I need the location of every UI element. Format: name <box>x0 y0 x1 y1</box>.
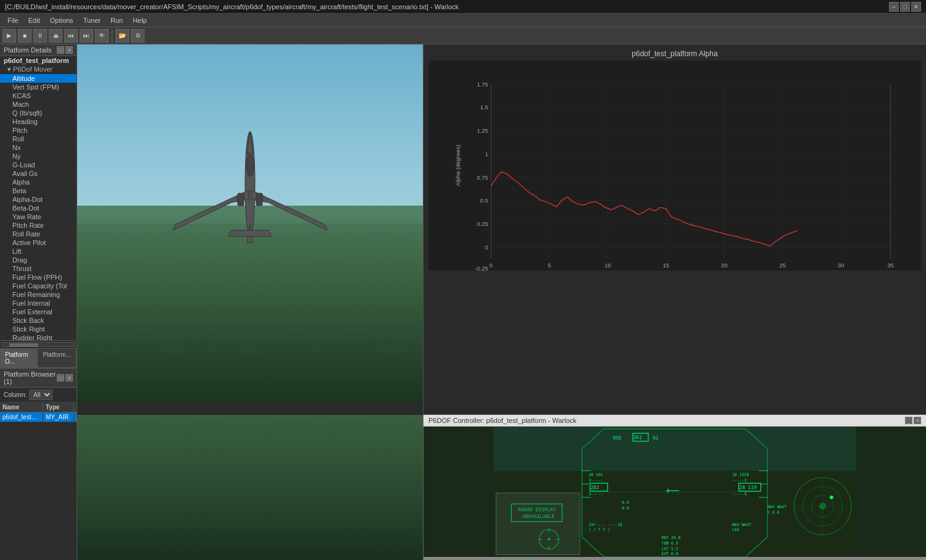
toolbar-eject[interactable]: ⏏ <box>49 29 62 43</box>
tree-group-p6dof[interactable]: ▾ P6Dof Mover <box>0 65 77 74</box>
maximize-button[interactable]: □ <box>900 2 910 12</box>
p6dof-title: P6DOF Controller: p6dof_test_platform - … <box>428 417 577 424</box>
tree-item-drag[interactable]: Drag <box>0 256 77 264</box>
tree-item-yaw-rate[interactable]: Yaw Rate <box>0 212 77 221</box>
platform-details-header: Platform Details □ ✕ <box>0 44 77 56</box>
menu-tuner[interactable]: Tuner <box>78 15 106 25</box>
p6dof-header: P6DOF Controller: p6dof_test_platform - … <box>423 415 926 427</box>
tree-item-avail-gs[interactable]: Avail Gs <box>0 169 77 178</box>
svg-rect-8 <box>256 193 262 206</box>
pb-row-0[interactable]: p6dof_test_platform MY_AIR <box>0 412 77 422</box>
top-area: p6dof_test_platform Alpha Alpha (degrees… <box>77 44 926 415</box>
close-button[interactable]: ✕ <box>911 2 921 12</box>
tab-platform[interactable]: Platform... <box>38 349 77 367</box>
tree-item-stick-back[interactable]: Stick Back <box>0 316 77 325</box>
tree-item-heading[interactable]: Heading <box>0 117 77 126</box>
tree-item-alpha[interactable]: Alpha <box>0 178 77 186</box>
tree-item-ny[interactable]: Ny <box>0 152 77 161</box>
platform-tree[interactable]: p6dof_test_platform ▾ P6Dof Mover Altitu… <box>0 56 77 340</box>
hud-svg: 995 361 91 <box>423 427 926 557</box>
toolbar-settings[interactable]: ⚙ <box>131 29 144 43</box>
svg-text:C 0 0: C 0 0 <box>767 510 779 515</box>
tree-item-roll[interactable]: Roll <box>0 135 77 143</box>
svg-text:28 119: 28 119 <box>739 485 757 490</box>
panel-close-icon[interactable]: ✕ <box>65 46 73 54</box>
svg-text:NAV WAGT: NAV WAGT <box>767 504 786 509</box>
tabs-area: Platform O... Platform... <box>0 348 77 368</box>
p6dof-content: 995 361 91 <box>423 427 926 557</box>
p6dof-minimize-icon[interactable]: _ <box>905 417 912 424</box>
tree-item-nx[interactable]: Nx <box>0 143 77 152</box>
tree-item-q[interactable]: Q (lb/sqft) <box>0 109 77 117</box>
svg-text:0.5: 0.5 <box>480 197 488 204</box>
tree-item-fuel-flow[interactable]: Fuel Flow (PPH) <box>0 273 77 282</box>
tree-item-fuel-remaining[interactable]: Fuel Remaining <box>0 290 77 299</box>
tree-item-vert-spd[interactable]: Vert Spd (FPM) <box>0 83 77 91</box>
tree-platform-name[interactable]: p6dof_test_platform <box>0 56 77 65</box>
toolbar-stop[interactable]: ■ <box>18 29 31 43</box>
svg-text:10: 10 <box>604 262 611 269</box>
main-layout: Platform Details □ ✕ p6dof_test_platform… <box>0 44 926 560</box>
p6dof-icon-row: _ ✕ <box>905 417 921 424</box>
tree-item-gload[interactable]: G-Load <box>0 161 77 169</box>
tree-item-stick-right[interactable]: Stick Right <box>0 325 77 333</box>
tree-item-altitude[interactable]: Altitude <box>0 74 77 83</box>
panel-icon-row: □ ✕ <box>57 46 73 54</box>
pb-title: Platform Browser (1) <box>4 370 57 385</box>
tree-item-alpha-dot[interactable]: Alpha-Dot <box>0 195 77 204</box>
toolbar-prev[interactable]: ⏮ <box>64 29 78 43</box>
tree-item-pitch[interactable]: Pitch <box>0 126 77 135</box>
tree-item-active-pilot[interactable]: Active Pilot <box>0 238 77 247</box>
pb-cell-type-0: MY_AIR <box>43 412 74 422</box>
svg-text:UNAVAILABLE: UNAVAILABLE <box>522 514 554 519</box>
svg-text:REF 29.8: REF 29.8 <box>662 535 681 540</box>
tree-item-roll-rate[interactable]: Roll Rate <box>0 230 77 238</box>
toolbar-play[interactable]: ▶ <box>2 29 16 43</box>
toolbar-pause[interactable]: ⏸ <box>33 29 47 43</box>
svg-marker-4 <box>228 230 272 236</box>
minimize-button[interactable]: ─ <box>889 2 899 12</box>
tree-item-thrust[interactable]: Thrust <box>0 264 77 273</box>
svg-text:1.75: 1.75 <box>477 81 488 88</box>
panel-float-icon[interactable]: □ <box>57 46 64 54</box>
viewport-bottom-section[interactable] <box>77 415 423 560</box>
tree-item-kcas[interactable]: KCAS <box>0 91 77 100</box>
svg-text:-----3: -----3 <box>732 478 746 483</box>
viewport-3d[interactable] <box>77 44 423 403</box>
pb-table-header: Name Type <box>0 403 77 412</box>
menu-file[interactable]: File <box>2 15 23 25</box>
tree-item-fuel-capacity[interactable]: Fuel Capacity (Tot <box>0 282 77 290</box>
toolbar-folder[interactable]: 📂 <box>115 29 129 43</box>
toolbar-next[interactable]: ⏭ <box>80 29 93 43</box>
tree-item-lift[interactable]: Lift <box>0 247 77 256</box>
svg-text:1.5: 1.5 <box>480 104 488 111</box>
menu-edit[interactable]: Edit <box>23 15 45 25</box>
pb-rows: p6dof_test_platform MY_AIR <box>0 412 77 560</box>
platform-details-title: Platform Details <box>4 46 52 54</box>
tree-item-beta[interactable]: Beta <box>0 186 77 195</box>
chart-svg: Alpha (degrees) 1.75 1.5 1.25 <box>428 61 921 270</box>
pb-cell-name-0: p6dof_test_platform <box>0 412 43 422</box>
tree-item-fuel-internal[interactable]: Fuel Internal <box>0 299 77 307</box>
tree-item-mach[interactable]: Mach <box>0 100 77 109</box>
svg-text:CAS: CAS <box>732 528 740 533</box>
tree-item-beta-dot[interactable]: Beta-Dot <box>0 204 77 212</box>
tree-item-fuel-external[interactable]: Fuel External <box>0 307 77 316</box>
pb-float-icon[interactable]: □ <box>57 374 64 382</box>
menu-options[interactable]: Options <box>45 15 78 25</box>
svg-text:0.75: 0.75 <box>477 174 488 181</box>
pb-column-select[interactable]: All <box>29 390 52 400</box>
menu-help[interactable]: Help <box>128 15 152 25</box>
svg-text:0: 0 <box>485 244 488 251</box>
right-area: p6dof_test_platform Alpha Alpha (degrees… <box>77 44 926 560</box>
toolbar-eye[interactable]: 👁 <box>95 29 109 43</box>
tree-item-pitch-rate[interactable]: Pitch Rate <box>0 221 77 230</box>
p6dof-close-icon[interactable]: ✕ <box>914 417 921 424</box>
app-title: [C:/BUILD/wsf_install/resources/data/mov… <box>5 3 459 10</box>
tree-item-rudder-right[interactable]: Rudder Right <box>0 333 77 340</box>
svg-text:NAV WAGT: NAV WAGT <box>732 522 751 527</box>
menu-run[interactable]: Run <box>106 15 128 25</box>
pb-col-type: Type <box>43 403 74 412</box>
tab-platform-o[interactable]: Platform O... <box>0 349 38 367</box>
pb-close-icon[interactable]: ✕ <box>65 374 73 382</box>
